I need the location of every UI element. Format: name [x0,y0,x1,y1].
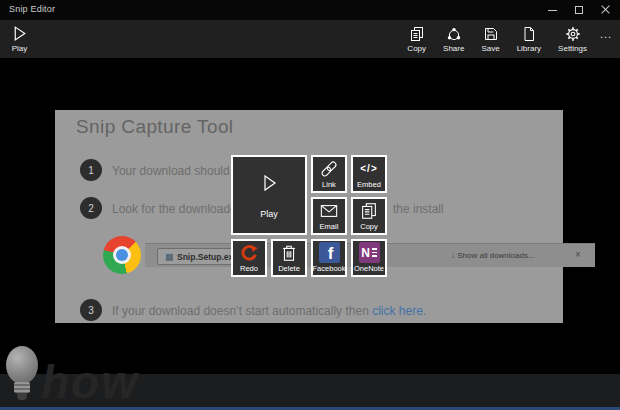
email-envelope-icon [313,199,345,222]
menu-tile-copy[interactable]: Copy [351,197,387,235]
share-icon [446,26,462,42]
copy-icon [353,199,385,222]
minimize-button[interactable] [540,0,566,20]
lightbulb-icon [5,346,39,408]
onenote-icon: N [353,241,385,264]
play-icon [11,25,28,42]
copy-icon [409,26,425,42]
captured-page: Snip Capture Tool 1 Your download should… [55,110,563,323]
maximize-button[interactable] [566,0,592,20]
link-icon [313,157,345,180]
share-button[interactable]: Share [436,20,471,58]
more-button[interactable]: ... [596,28,616,40]
toolbar: Play Copy [0,20,620,58]
redo-icon [233,241,265,264]
menu-tile-facebook[interactable]: f Facebook [311,239,347,277]
step-2-badge: 2 [80,197,102,219]
snip-editor-window: Snip Editor Play [0,0,620,410]
close-button[interactable] [592,0,618,20]
download-arrow-icon: ↓ [451,251,455,260]
play-icon [233,157,305,209]
gear-icon [565,26,581,42]
show-all-downloads-link[interactable]: ↓ Show all downloads... [451,251,535,260]
step-2-text: Look for the downloaded [112,202,243,216]
facebook-icon: f [313,241,345,264]
trash-icon [273,241,305,264]
click-here-link[interactable]: click here. [372,304,426,318]
menu-tile-play[interactable]: Play [231,155,307,235]
setup-file-icon [165,253,173,261]
caption-buttons [540,0,618,20]
shelf-close-button[interactable]: × [575,249,581,260]
play-button[interactable]: Play [4,20,35,58]
menu-tile-delete[interactable]: Delete [271,239,307,277]
page-title: Snip Capture Tool [76,116,234,138]
step-3-badge: 3 [80,299,102,321]
settings-button[interactable]: Settings [551,20,594,58]
watermark-text: how [41,362,139,408]
menu-tile-onenote[interactable]: N OneNote [351,239,387,277]
watermark: how [5,346,139,408]
title-bar: Snip Editor [0,0,620,20]
save-icon [483,26,499,42]
menu-tile-redo[interactable]: Redo [231,239,267,277]
save-button[interactable]: Save [474,20,506,58]
library-icon [521,26,537,42]
menu-tile-email[interactable]: Email [311,197,347,235]
step-3-text: If your download doesn’t start automatic… [112,304,426,318]
library-button[interactable]: Library [510,20,548,58]
step-1-badge: 1 [80,159,102,181]
chrome-logo [103,236,141,274]
minimize-icon [548,10,557,11]
embed-code-icon: </> [353,157,385,180]
copy-button[interactable]: Copy [400,20,433,58]
step-2-text-right: the install [393,202,444,216]
window-title: Snip Editor [9,4,55,14]
menu-tile-link[interactable]: Link [311,155,347,193]
maximize-icon [575,6,583,14]
menu-tile-embed[interactable]: </> Embed [351,155,387,193]
